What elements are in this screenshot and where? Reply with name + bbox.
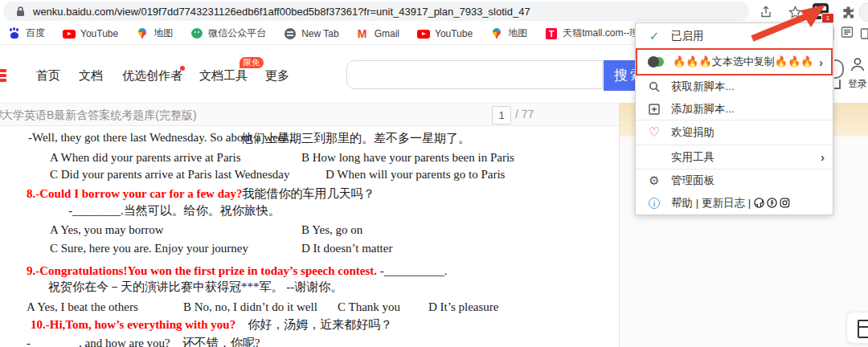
side-widget[interactable] <box>846 312 868 344</box>
menu-item-script[interactable]: 🔥🔥🔥文本选中复制🔥🔥🔥 › <box>636 48 833 76</box>
bookmark-item[interactable]: YouTube <box>417 27 473 40</box>
search-input[interactable] <box>346 60 603 89</box>
doc-text-line: -________, and how are you? 还不错，你呢? <box>27 336 260 347</box>
doc-text-line: 10.-Hi,Tom, how’s everything with you? 你… <box>31 317 392 333</box>
login-label: 登录 <box>844 77 868 91</box>
doc-text-line: A When did your parents arrive at Paris <box>50 151 241 165</box>
doc-text-line: 祝贺你在今－天的演讲比赛中获得冠***军。 --谢谢你。 <box>48 280 342 295</box>
doc-title: 大学英语B最新含答案统考题库(完整版) <box>2 108 197 123</box>
info-icon: i <box>646 198 662 209</box>
facebook-icon[interactable] <box>767 198 777 208</box>
tmall-icon <box>545 27 558 40</box>
doc-text-line: 他们上星期三到那里的。差不多一星期了。 <box>241 131 470 146</box>
bookmarks-divider <box>833 27 834 40</box>
page-total: / 77 <box>515 108 534 120</box>
menu-item-tools[interactable]: 实用工具 › <box>636 145 833 169</box>
donate-label: 欢迎捐助 <box>671 125 714 140</box>
bookmark-item[interactable]: 地图 <box>136 27 173 40</box>
bookmark-item[interactable]: New Tab <box>284 27 338 40</box>
bookmark-label: New Tab <box>301 28 338 39</box>
bookmark-label: YouTube <box>80 28 118 39</box>
limit-free-badge: 限免 <box>240 57 264 68</box>
reading-list-icon[interactable] <box>841 26 854 42</box>
doc-text-line: D It doesn’t matter <box>301 242 392 255</box>
nav-home[interactable]: 首页 <box>36 68 60 84</box>
bookmark-item[interactable]: 百度 <box>8 27 45 40</box>
profile-avatar[interactable] <box>859 2 868 22</box>
menu-item-enabled[interactable]: ✓ 已启用 <box>636 23 833 48</box>
nav-creators[interactable]: 优选创作者 <box>122 68 182 84</box>
help-link-icons <box>754 198 790 208</box>
doc-text-line: C Did your parents arrive at Paris last … <box>50 168 289 182</box>
new-dot <box>180 66 185 71</box>
bookmark-item[interactable]: Gmail <box>357 27 399 40</box>
menu-item-dashboard[interactable]: ⚙ 管理面板 <box>636 169 833 191</box>
address-bar[interactable]: wenku.baidu.com/view/019f7dd7743231126ed… <box>3 2 749 21</box>
baidu-icon <box>8 27 21 40</box>
chevron-right-icon: › <box>819 56 823 68</box>
doc-text-line: 8.-Could I borrow your car for a few day… <box>27 186 375 202</box>
dashboard-label: 管理面板 <box>671 174 714 188</box>
youtube-icon <box>63 27 76 40</box>
user-icon <box>850 56 866 72</box>
wenku-logo <box>0 69 6 87</box>
bookmark-label: Gmail <box>375 28 399 39</box>
bookmark-item[interactable]: 地图 <box>490 27 527 40</box>
nav-more[interactable]: 更多 <box>265 68 289 84</box>
bookmark-label: 地图 <box>154 27 173 40</box>
doc-text-line: B How long have your parents been in Par… <box>301 151 514 165</box>
tampermonkey-extension-icon[interactable]: 1 <box>812 2 831 22</box>
gmail-icon <box>357 27 370 40</box>
doc-text-line: C Sure, here you are. Enjoy your journey <box>50 242 248 255</box>
heart-icon: ♡ <box>646 126 662 139</box>
script-toggle-icon[interactable] <box>648 57 664 67</box>
header-label-fragment <box>834 80 841 89</box>
bookmark-label: 地图 <box>508 27 527 40</box>
nav-docs[interactable]: 文档 <box>79 68 103 84</box>
share-icon[interactable] <box>757 3 775 21</box>
bookmark-item[interactable]: 微信公众平台 <box>190 27 266 40</box>
enabled-label: 已启用 <box>671 29 704 43</box>
url-text[interactable]: wenku.baidu.com/view/019f7dd7743231126ed… <box>33 6 530 18</box>
tools-label: 实用工具 <box>671 150 714 165</box>
menu-item-donate[interactable]: ♡ 欢迎捐助 <box>636 120 833 145</box>
doc-text-line: -________.当然可以。给你。祝你旅快。 <box>68 203 280 218</box>
doc-text-line: A Yes, I beat the others <box>27 300 138 314</box>
extensions-puzzle-icon[interactable] <box>839 3 857 21</box>
bookmarks-bar-right <box>833 22 868 45</box>
instagram-icon[interactable] <box>780 198 790 208</box>
help-label: 帮助 | 更新日志 | <box>671 196 751 210</box>
doc-text-line: C Thank you <box>338 300 400 314</box>
bookmark-label: 百度 <box>26 27 45 40</box>
menu-item-help[interactable]: i 帮助 | 更新日志 | <box>636 191 833 214</box>
newtab-icon <box>284 27 297 40</box>
bookmark-item[interactable]: 天猫tmall.com--理... <box>545 27 647 40</box>
menu-item-get-scripts[interactable]: 获取新脚本... <box>636 76 833 98</box>
bookmark-label: YouTube <box>435 28 473 39</box>
check-icon: ✓ <box>646 29 662 43</box>
search-magnifier-icon <box>646 81 662 92</box>
doc-text-line: A Yes, you may borrow <box>50 223 164 237</box>
bookmark-item[interactable]: YouTube <box>63 27 118 40</box>
add-script-label: 添加新脚本... <box>671 102 735 116</box>
page-number-input[interactable]: 1 <box>492 106 511 125</box>
login-button[interactable]: 登录 <box>844 56 868 91</box>
lock-icon <box>16 6 25 17</box>
wechat-icon <box>190 27 203 40</box>
tampermonkey-menu: ✓ 已启用 🔥🔥🔥文本选中复制🔥🔥🔥 › 获取新脚本... 添加新脚本... <box>635 22 833 215</box>
nav-doc-tools[interactable]: 文档工具 <box>199 68 248 84</box>
script-name: 🔥🔥🔥文本选中复制🔥🔥🔥 <box>673 55 813 69</box>
bookmark-label: 微信公众平台 <box>208 27 266 40</box>
bookmark-star-icon[interactable] <box>786 3 804 21</box>
add-script-icon <box>646 104 662 115</box>
get-scripts-label: 获取新脚本... <box>671 80 735 94</box>
doc-text-line: 9.-Congratulations!You won the first pri… <box>27 264 448 278</box>
github-icon[interactable] <box>754 198 764 208</box>
gear-icon: ⚙ <box>646 174 662 186</box>
doc-text-line: D It’s pleasure <box>428 300 498 314</box>
youtube-icon <box>417 27 430 40</box>
side-panel-icon[interactable] <box>860 27 868 40</box>
menu-item-add-script[interactable]: 添加新脚本... <box>636 98 833 120</box>
doc-text-line: D When will your parents go to Paris <box>326 168 505 182</box>
maps-icon <box>136 27 149 40</box>
